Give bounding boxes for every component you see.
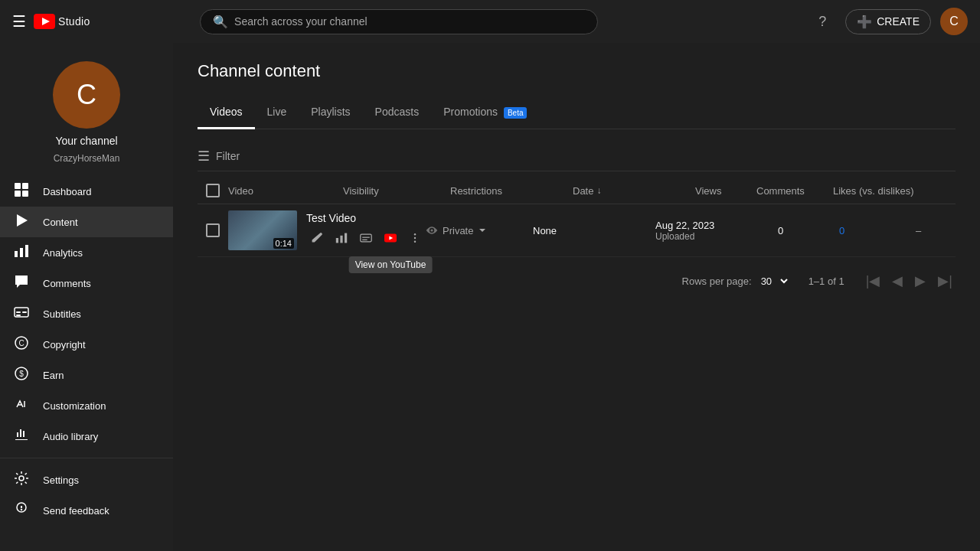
sidebar-item-analytics[interactable]: Analytics [0, 237, 173, 268]
channel-handle: CrazyHorseMan [54, 153, 120, 164]
sidebar-item-settings[interactable]: Settings [0, 465, 173, 495]
sidebar-label-earn: Earn [43, 370, 64, 381]
tab-promotions[interactable]: Promotions Beta [431, 96, 539, 129]
sidebar-label-copyright: Copyright [43, 339, 86, 350]
video-title: Test Video [306, 212, 426, 224]
main-content: Channel content Videos Live Playlists Po… [173, 43, 980, 551]
edit-button[interactable] [306, 227, 328, 249]
svg-point-26 [21, 509, 22, 510]
svg-rect-8 [20, 248, 23, 257]
more-options-button[interactable] [404, 227, 426, 249]
row-checkbox-col [198, 223, 228, 237]
copyright-icon: C [12, 335, 31, 354]
sidebar-label-settings: Settings [43, 474, 79, 486]
beta-badge: Beta [504, 107, 528, 119]
svg-rect-29 [345, 233, 347, 243]
first-page-button[interactable]: |◀ [863, 269, 884, 292]
create-button[interactable]: ➕ CREATE [845, 9, 931, 34]
sidebar-item-send-feedback[interactable]: Send feedback [0, 495, 173, 526]
sidebar-label-content: Content [43, 217, 78, 228]
analytics-icon [12, 243, 31, 262]
send-feedback-icon [12, 501, 31, 520]
sidebar-label-audio-library: Audio library [43, 431, 98, 442]
svg-rect-9 [25, 245, 28, 257]
dashboard-icon [12, 182, 31, 201]
svg-rect-21 [17, 432, 18, 437]
sidebar-item-dashboard[interactable]: Dashboard [0, 176, 173, 207]
app-title: Studio [58, 15, 90, 28]
channel-avatar[interactable]: C [53, 61, 120, 129]
video-actions: View on YouTube [306, 227, 426, 249]
views-cell: 0 [778, 225, 839, 236]
rows-per-page: Rows per page: 30 50 100 [682, 275, 790, 288]
restrictions-cell: None [533, 225, 655, 236]
view-on-youtube-button[interactable] [380, 227, 401, 249]
svg-rect-12 [22, 311, 27, 313]
hamburger-icon[interactable]: ☰ [12, 12, 26, 31]
tab-podcasts[interactable]: Podcasts [363, 96, 432, 129]
likes-cell: – [916, 225, 980, 236]
next-page-button[interactable]: ▶ [912, 269, 929, 292]
sidebar-label-send-feedback: Send feedback [43, 505, 109, 517]
search-icon: 🔍 [213, 15, 228, 29]
date-main: Aug 22, 2023 [655, 220, 778, 231]
svg-rect-28 [340, 236, 342, 243]
sidebar-item-subtitles[interactable]: Subtitles [0, 298, 173, 329]
search-bar[interactable]: 🔍 [200, 9, 598, 34]
analytics-button[interactable] [331, 227, 352, 249]
svg-rect-22 [15, 439, 28, 440]
user-avatar[interactable]: C [940, 8, 968, 35]
nav-divider [0, 458, 173, 458]
svg-rect-20 [23, 431, 24, 437]
comments-cell[interactable]: 0 [839, 225, 916, 236]
page-title: Channel content [198, 61, 956, 81]
svg-rect-7 [15, 251, 18, 257]
rows-per-page-label: Rows per page: [682, 276, 752, 287]
tab-videos[interactable]: Videos [198, 96, 255, 129]
header-date[interactable]: Date ↓ [573, 185, 695, 197]
search-input[interactable] [234, 15, 585, 28]
video-thumbnail[interactable]: 0:14 [228, 210, 297, 250]
svg-rect-4 [15, 191, 21, 197]
sidebar-item-audio-library[interactable]: Audio library [0, 421, 173, 452]
prev-page-button[interactable]: ◀ [889, 269, 906, 292]
header: ☰ Studio 🔍 ? ➕ CREATE C [0, 0, 980, 43]
sidebar-label-analytics: Analytics [43, 247, 83, 259]
sidebar-label-subtitles: Subtitles [43, 308, 81, 320]
sidebar-label-comments: Comments [43, 278, 91, 289]
video-duration: 0:14 [273, 238, 294, 249]
settings-icon [12, 471, 31, 490]
svg-rect-2 [15, 183, 21, 189]
tab-playlists[interactable]: Playlists [299, 96, 362, 129]
tab-live[interactable]: Live [255, 96, 299, 129]
help-button[interactable]: ? [808, 8, 836, 35]
earn-icon: $ [12, 366, 31, 385]
video-info: Test Video [306, 212, 426, 249]
body: C Your channel CrazyHorseMan Dashboard C… [0, 43, 980, 551]
row-checkbox[interactable] [206, 223, 220, 237]
audio-library-icon [12, 427, 31, 446]
sidebar-item-content[interactable]: Content [0, 207, 173, 237]
page-info: 1–1 of 1 [808, 276, 844, 287]
header-checkbox[interactable] [206, 184, 220, 197]
sidebar: C Your channel CrazyHorseMan Dashboard C… [0, 43, 173, 551]
view-on-youtube-tooltip: View on YouTube [349, 256, 433, 273]
sidebar-item-customization[interactable]: Customization [0, 390, 173, 421]
sidebar-item-comments[interactable]: Comments [0, 268, 173, 298]
sidebar-label-dashboard: Dashboard [43, 186, 92, 197]
sidebar-item-earn[interactable]: $ Earn [0, 360, 173, 390]
video-cell: 0:14 Test Video [228, 210, 426, 250]
subtitles-icon [12, 305, 31, 324]
svg-rect-5 [22, 191, 28, 197]
sidebar-item-copyright[interactable]: C Copyright [0, 329, 173, 360]
subtitles-button[interactable] [355, 227, 377, 249]
table-row: 0:14 Test Video [198, 204, 956, 257]
svg-rect-27 [336, 238, 338, 243]
header-left: ☰ Studio [12, 12, 90, 31]
rows-per-page-select[interactable]: 30 50 100 [758, 275, 790, 288]
youtube-logo[interactable]: Studio [34, 14, 90, 29]
last-page-button[interactable]: ▶| [935, 269, 956, 292]
svg-rect-11 [16, 311, 21, 313]
visibility-dropdown-icon[interactable] [478, 226, 487, 235]
comments-icon [12, 274, 31, 293]
